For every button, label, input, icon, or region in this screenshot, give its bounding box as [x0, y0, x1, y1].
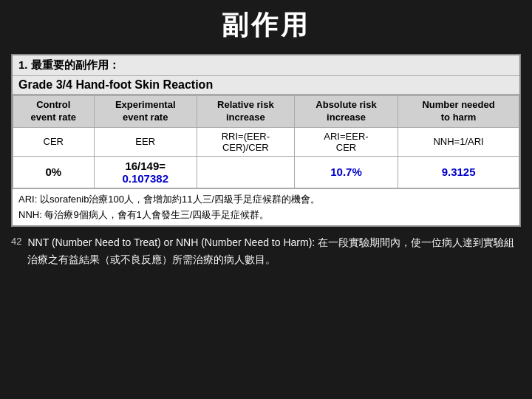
page-number: 42 — [11, 236, 21, 247]
cell-cer-value: 0% — [13, 156, 95, 188]
page-title: 副作用 — [222, 7, 310, 44]
data-values-row: 0% 16/149= 0.107382 10.7% 9.3125 — [13, 156, 519, 188]
col-header-nnh: Number neededto harm — [398, 96, 519, 128]
cell-cer-label: CER — [13, 127, 95, 156]
cell-rri-value — [197, 156, 294, 188]
col-header-cer: Controlevent rate — [13, 96, 95, 128]
notes-section: ARI: 以sorafenib治療100人，會增加約11人三/四級手足症候群的機… — [13, 188, 519, 226]
main-table-wrapper: 1. 最重要的副作用： Grade 3/4 Hand-foot Skin Rea… — [11, 54, 521, 227]
cell-eer-label: EER — [94, 127, 197, 156]
col-header-ari: Absolute riskincrease — [294, 96, 398, 128]
cell-ari-formula: ARI=EER-CER — [294, 127, 398, 156]
note-line-1: ARI: 以sorafenib治療100人，會增加約11人三/四級手足症候群的機… — [18, 192, 514, 208]
bottom-row: 42 NNT (Number Need to Treat) or NNH (Nu… — [11, 234, 521, 268]
note-line-2: NNH: 每治療9個病人，會有1人會發生三/四級手足症候群。 — [18, 208, 514, 223]
bottom-text: NNT (Number Need to Treat) or NNH (Numbe… — [27, 234, 521, 268]
cell-nnh-formula: NNH=1/ARI — [398, 127, 519, 156]
formula-row: CER EER RRI=(EER-CER)/CER ARI=EER-CER NN… — [13, 127, 519, 156]
column-header-row: Controlevent rate Experimentalevent rate… — [13, 96, 519, 128]
eer-label-text: 16/149= — [125, 160, 166, 172]
cell-nnh-value: 9.3125 — [398, 156, 519, 188]
page-container: 副作用 1. 最重要的副作用： Grade 3/4 Hand-foot Skin… — [0, 0, 532, 399]
data-table: Controlevent rate Experimentalevent rate… — [13, 95, 519, 188]
eer-value-text: 0.107382 — [122, 172, 168, 185]
cell-rri-formula: RRI=(EER-CER)/CER — [197, 127, 294, 156]
col-header-rri: Relative riskincrease — [197, 96, 294, 128]
col-header-eer: Experimentalevent rate — [94, 96, 197, 128]
section-subheader: Grade 3/4 Hand-foot Skin Reaction — [13, 76, 519, 95]
section-header: 1. 最重要的副作用： — [13, 55, 519, 76]
cell-eer-value: 16/149= 0.107382 — [94, 156, 197, 188]
cell-ari-value: 10.7% — [294, 156, 398, 188]
